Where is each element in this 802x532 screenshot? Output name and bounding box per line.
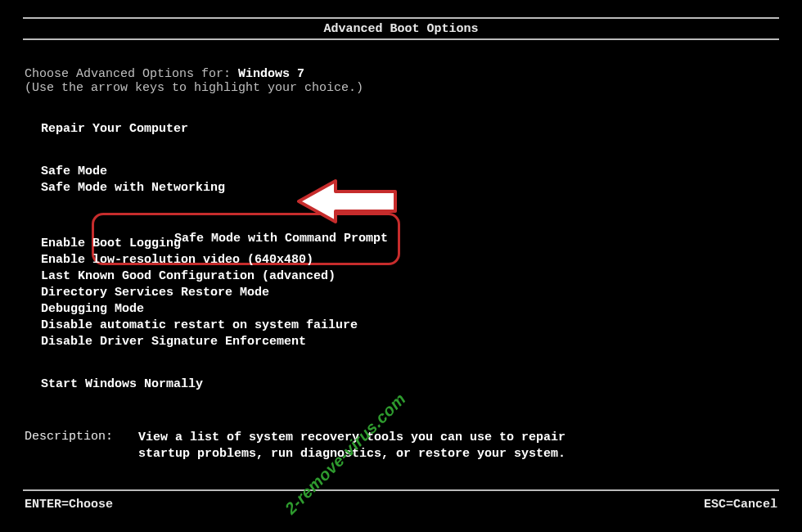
footer: ENTER=Choose ESC=Cancel [25, 498, 777, 512]
title-underline [23, 38, 779, 40]
menu-debug[interactable]: Debugging Mode [41, 301, 400, 318]
arrow-hint: (Use the arrow keys to highlight your ch… [25, 81, 400, 95]
choose-prefix: Choose Advanced Options for: [25, 67, 238, 81]
description-label: Description: [25, 430, 131, 444]
os-name: Windows 7 [238, 67, 304, 81]
menu-no-auto-restart[interactable]: Disable automatic restart on system fail… [41, 318, 400, 334]
page-title: Advanced Boot Options [0, 22, 802, 36]
menu-lkgc[interactable]: Last Known Good Configuration (advanced) [41, 268, 400, 285]
content-area: Choose Advanced Options for: Windows 7 (… [25, 67, 400, 393]
menu-low-res[interactable]: Enable low-resolution video (640x480) [41, 252, 400, 268]
choose-line: Choose Advanced Options for: Windows 7 [25, 67, 400, 81]
arrow-icon [291, 177, 405, 230]
footer-enter: ENTER=Choose [25, 498, 113, 512]
footer-esc: ESC=Cancel [704, 498, 777, 512]
menu-start-normal[interactable]: Start Windows Normally [41, 376, 400, 393]
menu: Repair Your Computer Safe Mode Safe Mode… [41, 121, 400, 393]
boot-menu-screen: Advanced Boot Options Choose Advanced Op… [0, 0, 802, 532]
description-text: View a list of system recovery tools you… [138, 430, 597, 462]
description-block: Description: View a list of system recov… [25, 430, 597, 462]
menu-repair[interactable]: Repair Your Computer [41, 121, 400, 138]
footer-border [23, 489, 779, 491]
menu-ds-restore[interactable]: Directory Services Restore Mode [41, 285, 400, 301]
top-border [23, 17, 779, 19]
menu-no-drv-sig[interactable]: Disable Driver Signature Enforcement [41, 334, 400, 350]
menu-boot-logging[interactable]: Enable Boot Logging [41, 236, 400, 252]
